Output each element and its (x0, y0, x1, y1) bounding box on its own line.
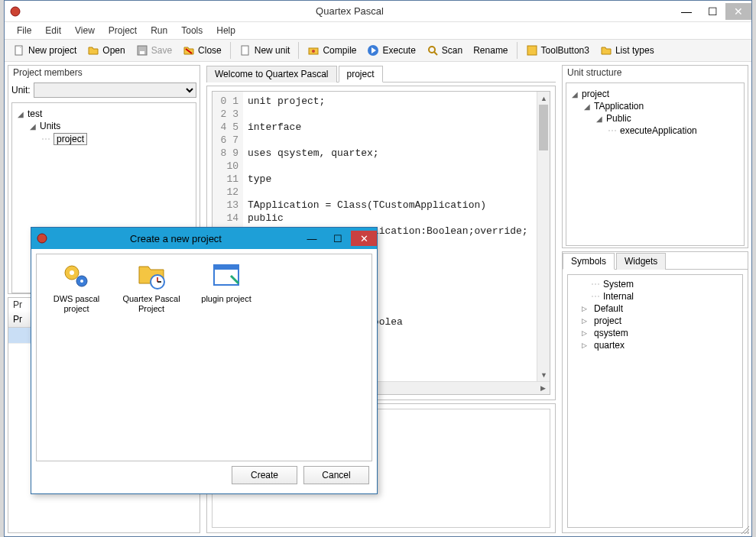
chevron-down-icon[interactable]: ◢ (595, 115, 603, 123)
template-label: DWS pascal project (43, 294, 110, 314)
vertical-scrollbar[interactable]: ▲ ▼ (537, 92, 550, 381)
menu-edit[interactable]: Edit (39, 24, 67, 37)
svg-point-8 (312, 50, 315, 53)
toolbutton3-button[interactable]: ToolButton3 (521, 41, 595, 60)
symbol-item[interactable]: ▷project (571, 315, 739, 327)
app-icon (9, 5, 21, 18)
gears-icon (61, 260, 92, 291)
scroll-down-icon[interactable]: ▼ (537, 368, 550, 381)
symbol-label: qsystem (594, 328, 628, 338)
folder-close-icon (183, 44, 195, 57)
scan-label: Scan (442, 45, 462, 56)
dialog-maximize-button[interactable]: ☐ (325, 231, 351, 246)
menu-tools[interactable]: Tools (175, 24, 209, 37)
open-button[interactable]: Open (82, 41, 130, 60)
svg-rect-4 (140, 51, 144, 54)
svg-point-0 (11, 7, 20, 16)
tab-welcome[interactable]: Welcome to Quartex Pascal (206, 66, 337, 82)
chevron-down-icon[interactable]: ◢ (29, 122, 37, 131)
toolbar: New project Open Save Close New unit Com… (5, 39, 751, 62)
save-icon (136, 44, 148, 57)
template-dws-pascal[interactable]: DWS pascal project (43, 260, 110, 314)
menu-file[interactable]: File (11, 24, 37, 37)
dialog-close-button[interactable]: ✕ (351, 231, 377, 246)
tab-widgets[interactable]: Widgets (616, 253, 666, 270)
compile-icon (307, 44, 320, 57)
chevron-down-icon[interactable]: ◢ (583, 102, 591, 111)
menu-view[interactable]: View (69, 24, 101, 37)
new-project-dialog: Create a new project — ☐ ✕ DWS pascal pr… (31, 227, 378, 494)
dialog-title: Create a new project (53, 233, 299, 244)
cancel-button[interactable]: Cancel (303, 466, 369, 484)
chevron-down-icon[interactable]: ◢ (571, 90, 579, 99)
project-tree[interactable]: ◢test ◢Units ⋯project (15, 106, 193, 147)
save-button[interactable]: Save (131, 41, 177, 60)
tab-symbols[interactable]: Symbols (563, 253, 615, 270)
structure-tree[interactable]: ◢project ◢TApplication ◢Public ⋯executeA… (569, 86, 741, 138)
scroll-right-icon[interactable]: ▶ (537, 382, 550, 395)
execute-button[interactable]: Execute (362, 41, 420, 60)
rename-button[interactable]: Rename (468, 42, 513, 59)
titlebar: Quartex Pascal — ☐ ✕ (5, 1, 751, 22)
svg-point-11 (429, 47, 435, 53)
struct-tapplication[interactable]: TApplication (594, 101, 644, 112)
tree-root[interactable]: test (28, 108, 42, 119)
compile-label: Compile (323, 45, 356, 56)
expander-icon[interactable]: ▷ (582, 329, 588, 337)
svg-line-12 (434, 52, 437, 55)
struct-project[interactable]: project (582, 89, 609, 99)
expander-icon[interactable]: ▷ (582, 317, 588, 325)
save-label: Save (151, 45, 172, 56)
struct-public[interactable]: Public (606, 113, 631, 124)
scroll-up-icon[interactable]: ▲ (537, 92, 550, 105)
menu-run[interactable]: Run (144, 24, 174, 37)
symbols-tree[interactable]: ⋯System⋯Internal▷Default▷project▷qsystem… (567, 274, 743, 528)
expander-icon[interactable]: ▷ (582, 341, 588, 349)
create-button[interactable]: Create (232, 466, 297, 484)
minimize-button[interactable]: — (673, 3, 699, 20)
symbol-label: quartex (594, 340, 625, 351)
template-plugin[interactable]: plugin project (193, 260, 260, 304)
symbol-label: Internal (603, 291, 634, 302)
svg-point-21 (80, 280, 83, 283)
tool-icon (526, 44, 538, 57)
rename-label: Rename (473, 45, 508, 56)
scrollbar-thumb[interactable] (539, 105, 548, 150)
svg-rect-6 (242, 46, 248, 55)
close-button[interactable]: ✕ (725, 3, 751, 20)
scan-button[interactable]: Scan (421, 41, 468, 60)
svg-rect-26 (214, 265, 238, 270)
menu-project[interactable]: Project (102, 24, 143, 37)
dialog-minimize-button[interactable]: — (299, 231, 325, 246)
new-unit-label: New unit (255, 45, 290, 56)
list-types-label: List types (615, 45, 654, 56)
symbol-item[interactable]: ▷Default (571, 302, 739, 315)
template-label: plugin project (193, 294, 260, 304)
unit-combobox[interactable] (34, 82, 196, 98)
tree-project-item[interactable]: project (54, 133, 87, 145)
toolbutton3-label: ToolButton3 (541, 45, 589, 56)
symbol-item[interactable]: ⋯Internal (571, 290, 739, 302)
new-unit-button[interactable]: New unit (234, 41, 296, 60)
maximize-button[interactable]: ☐ (699, 3, 725, 20)
new-project-button[interactable]: New project (8, 41, 82, 60)
compile-button[interactable]: Compile (302, 41, 362, 60)
unit-structure-title: Unit structure (563, 66, 748, 79)
template-quartex-pascal[interactable]: Quartex Pascal Project (118, 260, 185, 314)
symbol-item[interactable]: ▷qsystem (571, 327, 739, 339)
svg-point-17 (37, 234, 47, 243)
scan-icon (427, 44, 439, 57)
menu-help[interactable]: Help (210, 24, 242, 37)
expander-icon[interactable]: ▷ (582, 305, 588, 312)
tab-project[interactable]: project (339, 66, 383, 82)
tree-units[interactable]: Units (40, 121, 60, 131)
close-project-button[interactable]: Close (177, 41, 227, 60)
symbol-item[interactable]: ⋯System (571, 278, 739, 290)
list-types-button[interactable]: List types (595, 41, 660, 60)
struct-execute[interactable]: executeApplication (620, 125, 697, 136)
resize-grip-icon[interactable] (739, 524, 750, 535)
unit-label: Unit: (11, 85, 31, 95)
window-plugin-icon (211, 260, 242, 291)
chevron-down-icon[interactable]: ◢ (17, 110, 24, 118)
symbol-item[interactable]: ▷quartex (571, 339, 739, 351)
